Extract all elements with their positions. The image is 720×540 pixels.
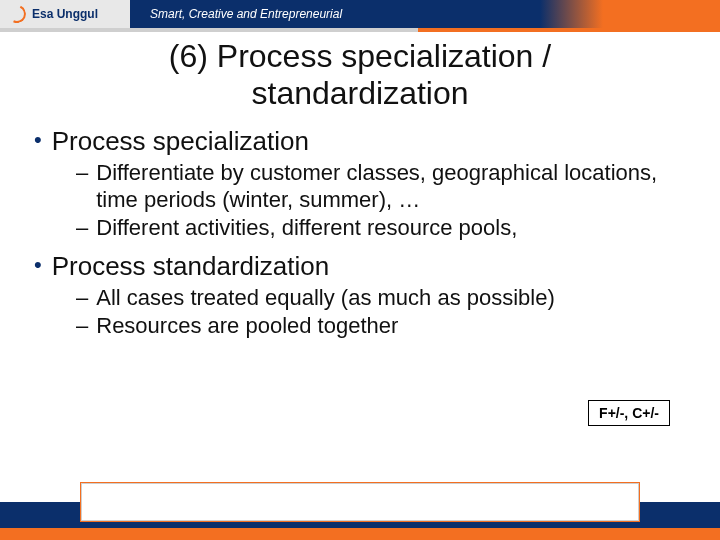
bullet-dot-icon: • [34,251,42,280]
bullet-label: Process standardization [52,251,329,282]
dash-icon: – [76,312,88,340]
footer-orange-bar [0,528,720,540]
bullet-standardization: • Process standardization [30,251,690,282]
sub-item: – Different activities, different resour… [76,214,690,242]
sub-item: – All cases treated equally (as much as … [76,284,690,312]
sub-text: All cases treated equally (as much as po… [96,284,690,312]
sub-list: – All cases treated equally (as much as … [76,284,690,339]
slide-title: (6) Process specialization / standardiza… [0,38,720,112]
logo-text: Esa Unggul [32,7,98,21]
header-accent [540,0,720,28]
sub-list: – Differentiate by customer classes, geo… [76,159,690,242]
sub-text: Different activities, different resource… [96,214,690,242]
header-bar: Esa Unggul Smart, Creative and Entrepren… [0,0,720,28]
dash-icon: – [76,284,88,312]
header-tagline: Smart, Creative and Entrepreneurial [150,7,342,21]
bullet-specialization: • Process specialization [30,126,690,157]
title-line-2: standardization [251,75,468,111]
sub-text: Resources are pooled together [96,312,690,340]
bullet-dot-icon: • [34,126,42,155]
dash-icon: – [76,159,88,187]
footer-box [80,482,640,522]
impact-badge: F+/-, C+/- [588,400,670,426]
logo-block: Esa Unggul [0,0,130,28]
sub-text: Differentiate by customer classes, geogr… [96,159,690,214]
title-line-1: (6) Process specialization / [169,38,551,74]
sub-item: – Differentiate by customer classes, geo… [76,159,690,214]
dash-icon: – [76,214,88,242]
logo-swirl-icon [5,2,28,25]
header-underline [0,28,720,32]
bullet-label: Process specialization [52,126,309,157]
sub-item: – Resources are pooled together [76,312,690,340]
content-area: • Process specialization – Differentiate… [0,112,720,340]
